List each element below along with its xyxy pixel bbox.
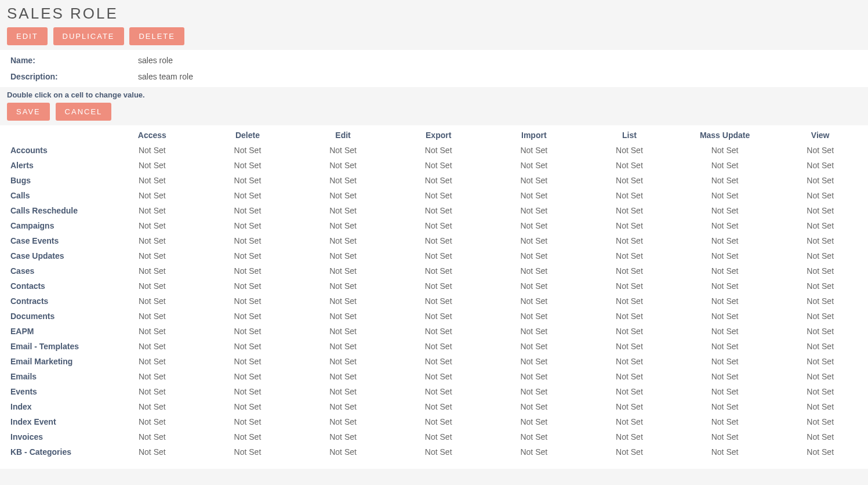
permission-cell[interactable]: Not Set — [772, 218, 868, 233]
permission-cell[interactable]: Not Set — [295, 354, 391, 369]
permission-cell[interactable]: Not Set — [295, 369, 391, 384]
permission-cell[interactable]: Not Set — [200, 324, 296, 339]
permission-cell[interactable]: Not Set — [104, 278, 200, 294]
permission-cell[interactable]: Not Set — [391, 399, 486, 414]
permission-cell[interactable]: Not Set — [391, 339, 486, 354]
permission-cell[interactable]: Not Set — [582, 429, 677, 444]
permission-cell[interactable]: Not Set — [582, 278, 677, 294]
permission-cell[interactable]: Not Set — [104, 384, 200, 399]
permission-cell[interactable]: Not Set — [582, 444, 677, 459]
permission-cell[interactable]: Not Set — [677, 324, 773, 339]
permission-cell[interactable]: Not Set — [677, 309, 773, 324]
permission-cell[interactable]: Not Set — [677, 339, 773, 354]
permission-cell[interactable]: Not Set — [772, 309, 868, 324]
duplicate-button[interactable]: DUPLICATE — [53, 27, 124, 45]
permission-cell[interactable]: Not Set — [200, 278, 296, 294]
permission-cell[interactable]: Not Set — [295, 444, 391, 459]
permission-cell[interactable]: Not Set — [772, 354, 868, 369]
permission-cell[interactable]: Not Set — [295, 218, 391, 233]
permission-cell[interactable]: Not Set — [486, 248, 582, 263]
permission-cell[interactable]: Not Set — [677, 399, 773, 414]
permission-cell[interactable]: Not Set — [391, 354, 486, 369]
permission-cell[interactable]: Not Set — [200, 414, 296, 429]
permission-cell[interactable]: Not Set — [295, 339, 391, 354]
permission-cell[interactable]: Not Set — [295, 324, 391, 339]
permission-cell[interactable]: Not Set — [486, 339, 582, 354]
permission-cell[interactable]: Not Set — [772, 233, 868, 248]
permission-cell[interactable]: Not Set — [391, 218, 486, 233]
permission-cell[interactable]: Not Set — [486, 203, 582, 218]
permission-cell[interactable]: Not Set — [104, 188, 200, 203]
permission-cell[interactable]: Not Set — [200, 143, 296, 158]
permission-cell[interactable]: Not Set — [200, 233, 296, 248]
permission-cell[interactable]: Not Set — [295, 173, 391, 188]
permission-cell[interactable]: Not Set — [391, 263, 486, 278]
permission-cell[interactable]: Not Set — [677, 248, 773, 263]
permission-cell[interactable]: Not Set — [391, 188, 486, 203]
permission-cell[interactable]: Not Set — [582, 248, 677, 263]
permission-cell[interactable]: Not Set — [677, 429, 773, 444]
permission-cell[interactable]: Not Set — [582, 294, 677, 309]
permission-cell[interactable]: Not Set — [677, 233, 773, 248]
permission-cell[interactable]: Not Set — [104, 414, 200, 429]
permission-cell[interactable]: Not Set — [104, 339, 200, 354]
permission-cell[interactable]: Not Set — [391, 248, 486, 263]
permission-cell[interactable]: Not Set — [391, 324, 486, 339]
permission-cell[interactable]: Not Set — [772, 173, 868, 188]
permission-cell[interactable]: Not Set — [295, 143, 391, 158]
permission-cell[interactable]: Not Set — [104, 248, 200, 263]
permission-cell[interactable]: Not Set — [677, 188, 773, 203]
permission-cell[interactable]: Not Set — [582, 173, 677, 188]
permission-cell[interactable]: Not Set — [200, 369, 296, 384]
permission-cell[interactable]: Not Set — [391, 429, 486, 444]
permission-cell[interactable]: Not Set — [772, 188, 868, 203]
permission-cell[interactable]: Not Set — [582, 384, 677, 399]
permission-cell[interactable]: Not Set — [677, 278, 773, 294]
permission-cell[interactable]: Not Set — [295, 399, 391, 414]
permission-cell[interactable]: Not Set — [295, 233, 391, 248]
permission-cell[interactable]: Not Set — [486, 218, 582, 233]
permission-cell[interactable]: Not Set — [391, 309, 486, 324]
permission-cell[interactable]: Not Set — [391, 203, 486, 218]
permission-cell[interactable]: Not Set — [200, 188, 296, 203]
permission-cell[interactable]: Not Set — [486, 278, 582, 294]
permission-cell[interactable]: Not Set — [772, 158, 868, 173]
permission-cell[interactable]: Not Set — [677, 369, 773, 384]
permission-cell[interactable]: Not Set — [104, 444, 200, 459]
permission-cell[interactable]: Not Set — [772, 143, 868, 158]
permission-cell[interactable]: Not Set — [582, 354, 677, 369]
permission-cell[interactable]: Not Set — [200, 158, 296, 173]
permission-cell[interactable]: Not Set — [772, 384, 868, 399]
permission-cell[interactable]: Not Set — [391, 294, 486, 309]
permission-cell[interactable]: Not Set — [200, 399, 296, 414]
permission-cell[interactable]: Not Set — [295, 294, 391, 309]
permission-cell[interactable]: Not Set — [486, 369, 582, 384]
permission-cell[interactable]: Not Set — [772, 399, 868, 414]
permission-cell[interactable]: Not Set — [104, 203, 200, 218]
permission-cell[interactable]: Not Set — [104, 233, 200, 248]
permission-cell[interactable]: Not Set — [104, 158, 200, 173]
permission-cell[interactable]: Not Set — [295, 309, 391, 324]
permission-cell[interactable]: Not Set — [582, 324, 677, 339]
permission-cell[interactable]: Not Set — [104, 429, 200, 444]
permission-cell[interactable]: Not Set — [677, 263, 773, 278]
permission-cell[interactable]: Not Set — [582, 158, 677, 173]
permission-cell[interactable]: Not Set — [391, 414, 486, 429]
permission-cell[interactable]: Not Set — [582, 188, 677, 203]
permission-cell[interactable]: Not Set — [391, 233, 486, 248]
permission-cell[interactable]: Not Set — [677, 384, 773, 399]
permission-cell[interactable]: Not Set — [677, 158, 773, 173]
permission-cell[interactable]: Not Set — [104, 143, 200, 158]
permission-cell[interactable]: Not Set — [295, 429, 391, 444]
cancel-button[interactable]: CANCEL — [56, 103, 112, 121]
permission-cell[interactable]: Not Set — [391, 369, 486, 384]
permission-cell[interactable]: Not Set — [486, 294, 582, 309]
permission-cell[interactable]: Not Set — [200, 339, 296, 354]
permission-cell[interactable]: Not Set — [582, 399, 677, 414]
permission-cell[interactable]: Not Set — [486, 263, 582, 278]
permission-cell[interactable]: Not Set — [582, 369, 677, 384]
permission-cell[interactable]: Not Set — [486, 173, 582, 188]
permission-cell[interactable]: Not Set — [772, 324, 868, 339]
permission-cell[interactable]: Not Set — [486, 414, 582, 429]
permission-cell[interactable]: Not Set — [677, 444, 773, 459]
